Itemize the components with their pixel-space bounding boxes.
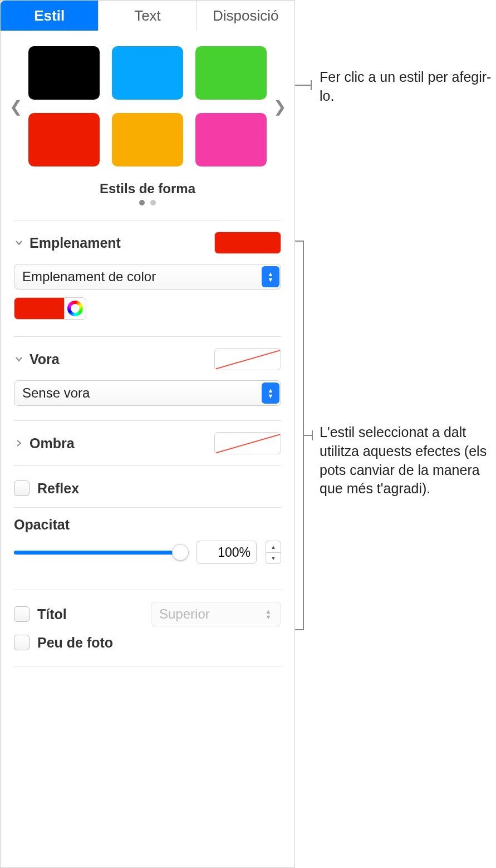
shadow-label: Ombra [30,435,75,452]
style-swatch[interactable] [195,46,267,100]
color-wheel-button[interactable] [64,297,86,320]
tab-style[interactable]: Estil [1,1,99,31]
popup-arrows-icon: ▲▼ [259,604,277,625]
callout-text-styles: Fer clic a un estil per afegir-lo. [320,68,493,106]
page-dot[interactable] [150,200,156,205]
fill-type-popup[interactable]: Emplenament de color ▲▼ [14,264,281,290]
callouts-area: Fer clic a un estil per afegir-lo. L'est… [295,0,496,868]
reflection-label: Reflex [37,480,79,497]
styles-prev-arrow[interactable]: ❮ [7,97,24,116]
fill-color-chip[interactable] [214,232,281,254]
reflection-checkbox[interactable] [14,480,30,496]
pagination-dots [7,200,288,205]
style-swatches-grid [24,46,271,166]
style-swatch[interactable] [28,113,100,166]
border-label: Vora [30,351,60,367]
fill-section: Emplenament Emplenament de color ▲▼ [1,220,294,322]
page-dot[interactable] [139,200,145,205]
border-preview-chip[interactable] [214,348,281,370]
fill-type-value: Emplenament de color [22,269,156,285]
title-checkbox[interactable] [14,606,30,622]
border-type-value: Sense vora [22,385,90,401]
shadow-preview-chip[interactable] [214,432,281,454]
border-section: Vora Sense vora ▲▼ [1,337,294,408]
title-caption-section: Títol Superior ▲▼ Peu de foto [1,590,294,658]
title-label: Títol [37,606,67,622]
fill-color-well[interactable] [14,297,64,320]
opacity-label: Opacitat [14,517,281,533]
tab-layout[interactable]: Disposició [197,1,294,31]
bracket-top-tick [295,241,304,242]
slider-thumb[interactable] [172,544,189,561]
bracket-bottom-tick [295,629,304,630]
style-swatch[interactable] [112,113,183,166]
stepper-down-button[interactable]: ▼ [266,552,281,564]
divider [14,666,281,666]
popup-arrows-icon: ▲▼ [262,266,279,287]
caption-label: Peu de foto [37,635,113,651]
opacity-stepper: ▲ ▼ [266,541,281,564]
tab-bar: Estil Text Disposició [1,1,294,31]
title-position-popup[interactable]: Superior ▲▼ [151,602,281,626]
callout-tick [312,430,313,440]
slider-track [14,551,188,555]
tab-text[interactable]: Text [99,1,197,31]
chevron-down-icon[interactable] [14,354,24,364]
shape-styles-title: Estils de forma [7,181,288,197]
chevron-down-icon[interactable] [14,238,24,248]
callout-text-effects: L'estil seleccionat a dalt utilitza aque… [320,423,493,498]
caption-checkbox[interactable] [14,635,30,650]
shape-styles-section: ❮ ❯ Estils de forma [1,31,294,211]
shadow-section: Ombra [1,421,294,459]
color-wheel-icon [67,301,83,316]
title-position-value: Superior [159,606,210,622]
chevron-right-icon[interactable] [14,438,24,448]
popup-arrows-icon: ▲▼ [262,382,279,404]
style-swatch[interactable] [28,46,100,100]
format-inspector-panel: Estil Text Disposició ❮ ❯ Estils de form… [0,0,295,868]
callout-tick [311,80,312,90]
opacity-section: Opacitat 100% ▲ ▼ [1,508,294,567]
fill-label: Emplenament [30,235,121,251]
reflection-section: Reflex [1,466,294,504]
callout-leader-line [295,85,312,86]
style-swatch[interactable] [195,113,267,166]
styles-next-arrow[interactable]: ❯ [271,97,288,116]
opacity-value-field[interactable]: 100% [197,541,257,564]
opacity-slider[interactable] [14,544,188,561]
style-swatch[interactable] [112,46,183,100]
stepper-up-button[interactable]: ▲ [266,541,281,552]
border-type-popup[interactable]: Sense vora ▲▼ [14,380,281,406]
